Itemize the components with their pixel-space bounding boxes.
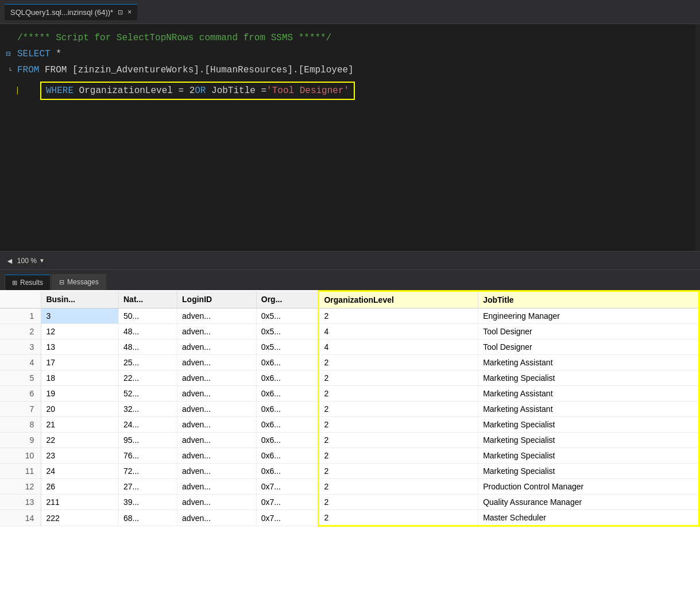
cell-jobtitle: Production Control Manager [478, 479, 699, 495]
results-tab-label: Results [20, 279, 43, 287]
results-tabs: ⊞ Results ⊟ Messages [0, 269, 700, 290]
cell-orglevel: 2 [319, 495, 478, 510]
select-keyword: SELECT [17, 46, 51, 62]
table-row[interactable]: 1422268...adven...0x7...2Master Schedule… [0, 510, 699, 526]
code-line-select: ⊟ SELECT * [6, 46, 700, 62]
cell-nat: 50... [118, 308, 177, 324]
cell-orglevel: 2 [319, 386, 478, 402]
cell-nat: 39... [118, 495, 177, 510]
cell-busin: 12 [41, 324, 119, 339]
table-row[interactable]: 102376...adven...0x6...2Marketing Specia… [0, 448, 699, 464]
cell-login: adven... [177, 417, 257, 433]
cell-rownum: 10 [0, 448, 41, 464]
cell-busin: 211 [41, 495, 119, 510]
pin-icon[interactable]: ⊡ [118, 9, 123, 16]
table-row[interactable]: 82124...adven...0x6...2Marketing Special… [0, 417, 699, 433]
table-row[interactable]: 72032...adven...0x6...2Marketing Assista… [0, 402, 699, 417]
cell-login: adven... [177, 495, 257, 510]
cell-login: adven... [177, 479, 257, 495]
table-row[interactable]: 21248...adven...0x5...4Tool Designer [0, 324, 699, 339]
cell-nat: 48... [118, 324, 177, 339]
cell-login: adven... [177, 402, 257, 417]
zoom-dropdown[interactable]: 100 % ▼ [17, 257, 45, 265]
header-rownum [0, 291, 41, 308]
results-area: Busin... Nat... LoginID Org... Organizat… [0, 290, 700, 598]
cell-login: adven... [177, 433, 257, 448]
table-row[interactable]: 1350...adven...0x5...2Engineering Manage… [0, 308, 699, 324]
collapse-indicator: ⊟ [6, 46, 17, 62]
cell-login: adven... [177, 464, 257, 479]
close-icon[interactable]: × [127, 8, 132, 16]
table-body: 1350...adven...0x5...2Engineering Manage… [0, 308, 699, 526]
minimap [695, 24, 700, 251]
cell-rownum: 12 [0, 479, 41, 495]
cell-login: adven... [177, 510, 257, 526]
cell-busin: 13 [41, 339, 119, 355]
cell-jobtitle: Master Scheduler [478, 510, 699, 526]
cell-org: 0x7... [256, 510, 319, 526]
cell-org: 0x5... [256, 308, 319, 324]
cell-nat: 95... [118, 433, 177, 448]
table-row[interactable]: 92295...adven...0x6...2Marketing Special… [0, 433, 699, 448]
editor-area: /***** Script for SelectTopNRows command… [0, 24, 700, 251]
table-row[interactable]: 122627...adven...0x7...2Production Contr… [0, 479, 699, 495]
cell-rownum: 2 [0, 324, 41, 339]
zoom-level: 100 % [17, 257, 37, 265]
cell-jobtitle: Marketing Specialist [478, 448, 699, 464]
where-line-highlighted: WHERE OrganizationLevel = 2 OR JobTitle … [40, 82, 355, 100]
cell-orglevel: 4 [319, 339, 478, 355]
cell-rownum: 4 [0, 355, 41, 371]
cell-busin: 17 [41, 355, 119, 371]
table-row[interactable]: 112472...adven...0x6...2Marketing Specia… [0, 464, 699, 479]
cell-login: adven... [177, 308, 257, 324]
title-bar: SQLQuery1.sql...inzinsql (64))* ⊡ × [0, 0, 700, 24]
code-line-from: └ FROM FROM [zinzin_AdventureWorks].[Hum… [6, 62, 700, 79]
cell-org: 0x6... [256, 386, 319, 402]
cell-nat: 68... [118, 510, 177, 526]
cell-jobtitle: Tool Designer [478, 339, 699, 355]
cell-busin: 24 [41, 464, 119, 479]
cell-busin: 222 [41, 510, 119, 526]
cell-busin: 26 [41, 479, 119, 495]
jobtitle-value: 'Tool Designer' [266, 86, 349, 96]
cell-org: 0x6... [256, 355, 319, 371]
cell-rownum: 6 [0, 386, 41, 402]
scroll-left-icon[interactable]: ◄ [6, 256, 14, 265]
cell-jobtitle: Marketing Specialist [478, 371, 699, 386]
cell-jobtitle: Marketing Specialist [478, 417, 699, 433]
cell-busin: 19 [41, 386, 119, 402]
cell-busin: 21 [41, 417, 119, 433]
table-row[interactable]: 61952...adven...0x6...2Marketing Assista… [0, 386, 699, 402]
header-orglevel: OrganizationLevel [319, 291, 478, 308]
cell-nat: 52... [118, 386, 177, 402]
cell-orglevel: 2 [319, 402, 478, 417]
cell-org: 0x5... [256, 339, 319, 355]
tab-results[interactable]: ⊞ Results [5, 275, 51, 290]
table-row[interactable]: 1321139...adven...0x7...2Quality Assuran… [0, 495, 699, 510]
cell-busin: 20 [41, 402, 119, 417]
table-row[interactable]: 31348...adven...0x5...4Tool Designer [0, 339, 699, 355]
cell-rownum: 5 [0, 371, 41, 386]
table-row[interactable]: 51822...adven...0x6...2Marketing Special… [0, 371, 699, 386]
cell-orglevel: 2 [319, 355, 478, 371]
cell-rownum: 1 [0, 308, 41, 324]
cell-login: adven... [177, 339, 257, 355]
cell-nat: 48... [118, 339, 177, 355]
cell-orglevel: 4 [319, 324, 478, 339]
messages-tab-icon: ⊟ [59, 279, 64, 286]
cell-org: 0x6... [256, 371, 319, 386]
cell-rownum: 7 [0, 402, 41, 417]
cell-orglevel: 2 [319, 479, 478, 495]
from-keyword: FROM [17, 62, 39, 78]
messages-tab-label: Messages [67, 278, 99, 286]
cell-org: 0x6... [256, 402, 319, 417]
cell-nat: 76... [118, 448, 177, 464]
tab-messages[interactable]: ⊟ Messages [52, 274, 106, 290]
cell-org: 0x6... [256, 464, 319, 479]
cell-busin: 22 [41, 433, 119, 448]
table-row[interactable]: 41725...adven...0x6...2Marketing Assista… [0, 355, 699, 371]
code-container: /***** Script for SelectTopNRows command… [0, 30, 700, 101]
active-tab[interactable]: SQLQuery1.sql...inzinsql (64))* ⊡ × [5, 4, 137, 20]
cell-orglevel: 2 [319, 464, 478, 479]
cell-jobtitle: Marketing Specialist [478, 433, 699, 448]
